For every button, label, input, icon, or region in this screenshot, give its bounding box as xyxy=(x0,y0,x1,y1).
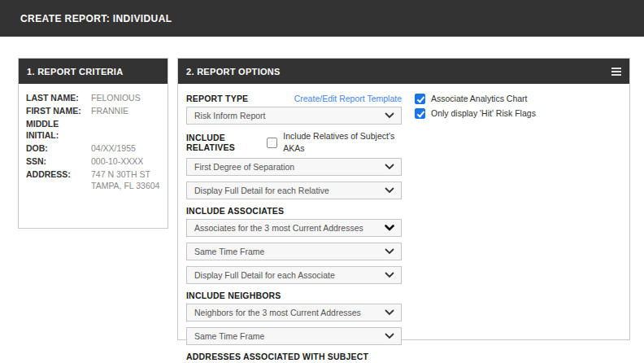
field-label: LAST NAME: xyxy=(26,92,91,103)
report-type-row: REPORT TYPE Create/Edit Report Template xyxy=(186,93,402,103)
analytics-chart-label: Associate Analytics Chart xyxy=(431,93,527,105)
chevron-down-icon xyxy=(385,225,394,231)
field-label: MIDDLE INITIAL: xyxy=(26,118,91,141)
risk-flags-label: Only display 'Hit' Risk Flags xyxy=(431,107,536,120)
associates-addresses-select[interactable]: Associates for the 3 most Current Addres… xyxy=(186,219,402,237)
include-relatives-label: INCLUDE RELATIVES xyxy=(186,133,267,152)
akas-checkbox-label: Include Relatives of Subject's AKAs xyxy=(283,130,402,155)
analytics-chart-row: Associate Analytics Chart xyxy=(415,93,536,105)
include-neighbors-label: INCLUDE NEIGHBORS xyxy=(186,291,281,300)
chevron-down-icon xyxy=(385,272,394,278)
associates-detail-select[interactable]: Display Full Detail for each Associate xyxy=(186,266,402,284)
akas-checkbox[interactable] xyxy=(267,138,277,148)
options-form-column: REPORT TYPE Create/Edit Report Template … xyxy=(186,91,402,363)
report-options-title: 2. REPORT OPTIONS xyxy=(186,67,281,77)
chevron-down-icon xyxy=(385,112,394,119)
field-value: FELONIOUS xyxy=(91,92,141,103)
app-header: CREATE REPORT: INDIVIDUAL xyxy=(0,0,644,37)
criteria-row-first-name: FIRST NAME: FRANNIE xyxy=(26,105,160,116)
criteria-row-last-name: LAST NAME: FELONIOUS xyxy=(26,92,160,103)
field-value: FRANNIE xyxy=(91,105,128,116)
chevron-down-icon xyxy=(385,164,394,170)
field-value: 000-10-XXXX xyxy=(91,155,143,167)
field-label: DOB: xyxy=(26,142,91,154)
risk-flags-row: Only display 'Hit' Risk Flags xyxy=(415,107,536,120)
report-criteria-body: LAST NAME: FELONIOUS FIRST NAME: FRANNIE… xyxy=(19,84,168,201)
addresses-associated-label: ADDRESSES ASSOCIATED WITH SUBJECT xyxy=(186,352,368,361)
addresses-associated-row: ADDRESSES ASSOCIATED WITH SUBJECT xyxy=(186,351,402,361)
analytics-chart-checkbox[interactable] xyxy=(415,94,425,104)
report-options-header: 2. REPORT OPTIONS xyxy=(178,59,629,84)
field-value: 04/XX/1955 xyxy=(91,142,136,154)
risk-flags-checkbox[interactable] xyxy=(415,108,425,119)
page-title: CREATE REPORT: INDIVIDUAL xyxy=(20,13,172,24)
include-neighbors-row: INCLUDE NEIGHBORS xyxy=(186,290,402,300)
chevron-down-icon xyxy=(385,248,394,255)
relatives-detail-select[interactable]: Display Full Detail for each Relative xyxy=(186,182,402,199)
chevron-down-icon xyxy=(385,333,394,339)
chevron-down-icon xyxy=(385,309,394,316)
report-criteria-header: 1. REPORT CRITERIA xyxy=(19,59,168,84)
report-criteria-panel: 1. REPORT CRITERIA LAST NAME: FELONIOUS … xyxy=(18,58,168,229)
report-options-body: REPORT TYPE Create/Edit Report Template … xyxy=(178,84,629,363)
include-associates-label: INCLUDE ASSOCIATES xyxy=(186,206,284,216)
criteria-row-ssn: SSN: 000-10-XXXX xyxy=(26,155,160,167)
include-associates-row: INCLUDE ASSOCIATES xyxy=(186,205,402,216)
create-edit-template-link[interactable]: Create/Edit Report Template xyxy=(294,94,402,103)
criteria-row-dob: DOB: 04/XX/1955 xyxy=(26,142,160,154)
report-type-label: REPORT TYPE xyxy=(186,94,248,103)
neighbors-addresses-select[interactable]: Neighbors for the 3 most Current Address… xyxy=(186,304,402,321)
associates-timeframe-select[interactable]: Same Time Frame xyxy=(186,243,402,260)
field-label: FIRST NAME: xyxy=(26,105,91,116)
page: CREATE REPORT: INDIVIDUAL 1. REPORT CRIT… xyxy=(0,0,644,363)
akas-checkbox-row: Include Relatives of Subject's AKAs xyxy=(267,130,402,155)
field-label: SSN: xyxy=(26,155,91,167)
include-relatives-row: INCLUDE RELATIVES Include Relatives of S… xyxy=(186,130,402,155)
report-criteria-title: 1. REPORT CRITERIA xyxy=(27,67,123,77)
field-value: 747 N 30TH ST TAMPA, FL 33604 xyxy=(91,168,159,191)
criteria-row-address: ADDRESS: 747 N 30TH ST TAMPA, FL 33604 xyxy=(26,168,160,191)
report-options-panel: 2. REPORT OPTIONS REPORT TYPE Create/Edi… xyxy=(177,58,630,340)
display-options-column: Associate Analytics Chart Only display '… xyxy=(415,91,536,122)
report-type-select[interactable]: Risk Inform Report xyxy=(186,107,402,125)
neighbors-timeframe-select[interactable]: Same Time Frame xyxy=(186,327,402,345)
hamburger-menu-icon[interactable] xyxy=(611,68,621,76)
address-line-2: TAMPA, FL 33604 xyxy=(91,180,159,191)
field-label: ADDRESS: xyxy=(26,168,91,191)
chevron-down-icon xyxy=(385,187,394,194)
criteria-row-middle-initial: MIDDLE INITIAL: xyxy=(26,118,160,141)
address-line-1: 747 N 30TH ST xyxy=(91,168,159,180)
relatives-degree-select[interactable]: First Degree of Separation xyxy=(186,158,402,176)
